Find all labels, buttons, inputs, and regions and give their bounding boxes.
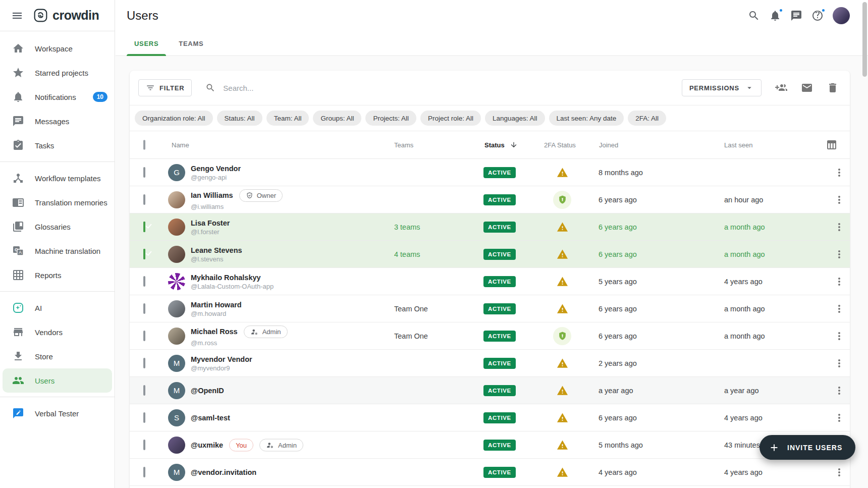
row-menu-icon[interactable] (833, 412, 845, 424)
row-menu-icon[interactable] (833, 303, 845, 315)
avatar[interactable] (168, 219, 185, 236)
user-name[interactable]: @OpenID (191, 387, 224, 395)
sidebar-item-messages[interactable]: Messages (0, 109, 115, 133)
user-name[interactable]: Mykhailo Rohalskyy (191, 273, 261, 281)
sidebar-item-users[interactable]: Users (3, 368, 112, 393)
teams-link[interactable]: 3 teams (394, 223, 420, 231)
filter-chip-languages[interactable]: Languages: All (485, 111, 545, 126)
row-checkbox[interactable] (143, 467, 145, 477)
scrollbar-thumb[interactable] (862, 2, 867, 77)
row-menu-icon[interactable] (833, 330, 845, 342)
avatar[interactable] (168, 273, 185, 290)
column-header-teams[interactable]: Teams (394, 141, 413, 149)
sidebar-item-workflow-templates[interactable]: Workflow templates (0, 166, 115, 190)
user-name[interactable]: Ian Williams (191, 191, 233, 199)
user-name[interactable]: @uxmike (191, 441, 223, 449)
column-header-joined[interactable]: Joined (599, 141, 618, 149)
sidebar-item-verbal-tester[interactable]: Verbal Tester (0, 401, 115, 425)
row-checkbox[interactable] (143, 194, 145, 205)
user-name[interactable]: @vendor.invitation (191, 468, 256, 476)
column-header-name[interactable]: Name (172, 141, 189, 149)
row-menu-icon[interactable] (833, 221, 845, 233)
avatar[interactable] (168, 437, 185, 454)
row-checkbox[interactable] (143, 303, 145, 314)
teams-link[interactable]: Team One (394, 305, 428, 313)
user-name[interactable]: Lisa Foster (191, 219, 230, 227)
row-checkbox[interactable] (143, 222, 145, 232)
user-avatar[interactable] (833, 7, 850, 24)
filter-button[interactable]: FILTER (138, 79, 192, 96)
avatar[interactable]: G (168, 164, 185, 181)
column-settings-icon[interactable] (826, 139, 838, 151)
column-header-2fa[interactable]: 2FA Status (544, 141, 576, 149)
row-menu-icon[interactable] (833, 167, 845, 179)
filter-chip-team[interactable]: Team: All (266, 111, 309, 126)
permissions-dropdown[interactable]: PERMISSIONS (682, 79, 762, 96)
column-header-last-seen[interactable]: Last seen (724, 141, 752, 149)
sidebar-item-starred-projects[interactable]: Starred projects (0, 61, 115, 85)
row-menu-icon[interactable] (833, 194, 845, 206)
search-icon[interactable] (748, 10, 760, 22)
row-checkbox[interactable] (143, 385, 145, 396)
sidebar-item-vendors[interactable]: Vendors (0, 320, 115, 344)
user-name[interactable]: Michael Ross (191, 328, 238, 336)
tab-teams[interactable]: TEAMS (171, 31, 211, 56)
sidebar-item-glossaries[interactable]: Glossaries (0, 214, 115, 239)
search-input[interactable] (222, 83, 434, 93)
avatar[interactable] (168, 300, 185, 317)
user-name[interactable]: Leane Stevens (191, 246, 242, 254)
user-name[interactable]: @saml-test (191, 414, 230, 422)
row-checkbox[interactable] (143, 440, 145, 450)
row-checkbox[interactable] (143, 249, 145, 259)
row-menu-icon[interactable] (833, 466, 845, 478)
sidebar-item-notifications[interactable]: Notifications10 (0, 85, 115, 109)
row-checkbox[interactable] (143, 331, 145, 341)
filter-chip-groups[interactable]: Groups: All (313, 111, 361, 126)
filter-chip-2fa[interactable]: 2FA: All (628, 111, 666, 126)
notifications-bell-icon[interactable] (769, 10, 781, 22)
help-icon[interactable] (811, 10, 824, 22)
row-menu-icon[interactable] (833, 357, 845, 369)
menu-icon[interactable] (11, 10, 23, 22)
avatar[interactable] (168, 191, 185, 208)
avatar[interactable] (168, 246, 185, 263)
email-icon[interactable] (801, 82, 813, 94)
sidebar-item-translation-memories[interactable]: Translation memories (0, 190, 115, 214)
filter-chip-projects[interactable]: Projects: All (365, 111, 416, 126)
row-checkbox[interactable] (143, 412, 145, 423)
user-name[interactable]: Gengo Vendor (191, 164, 241, 172)
user-name[interactable]: Myvendor Vendor (191, 355, 252, 363)
row-menu-icon[interactable] (833, 276, 845, 288)
avatar[interactable]: S (168, 409, 185, 426)
sidebar-item-reports[interactable]: Reports (0, 263, 115, 287)
avatar[interactable]: M (168, 464, 185, 481)
crowdin-logo[interactable]: crowdin (33, 8, 99, 23)
messages-icon[interactable] (790, 10, 802, 22)
sidebar-item-ai[interactable]: AI (0, 296, 115, 320)
avatar[interactable]: M (168, 355, 185, 372)
row-checkbox[interactable] (143, 358, 145, 368)
sidebar-item-workspace[interactable]: Workspace (0, 36, 115, 61)
teams-link[interactable]: 4 teams (394, 250, 420, 258)
row-menu-icon[interactable] (833, 248, 845, 260)
delete-icon[interactable] (827, 82, 839, 94)
user-name[interactable]: Martin Howard (191, 300, 242, 308)
filter-chip-status[interactable]: Status: All (217, 111, 262, 126)
filter-chip-project-role[interactable]: Project role: All (420, 111, 481, 126)
avatar[interactable] (168, 328, 185, 345)
avatar[interactable]: M (168, 382, 185, 399)
sidebar-item-store[interactable]: Store (0, 344, 115, 368)
sidebar-item-machine-translation[interactable]: GAMachine translation (0, 239, 115, 263)
sidebar-item-tasks[interactable]: Tasks (0, 133, 115, 157)
invite-users-button[interactable]: INVITE USERS (760, 435, 855, 460)
select-all-checkbox[interactable] (143, 140, 145, 150)
teams-link[interactable]: Team One (394, 332, 428, 340)
row-checkbox[interactable] (143, 276, 145, 287)
row-menu-icon[interactable] (833, 385, 845, 397)
filter-chip-organization-role[interactable]: Organization role: All (135, 111, 213, 126)
column-header-status[interactable]: Status (484, 141, 518, 149)
add-to-team-icon[interactable] (775, 82, 787, 94)
filter-chip-last-seen[interactable]: Last seen: Any date (549, 111, 624, 126)
row-checkbox[interactable] (143, 167, 145, 178)
tab-users[interactable]: USERS (127, 31, 166, 56)
